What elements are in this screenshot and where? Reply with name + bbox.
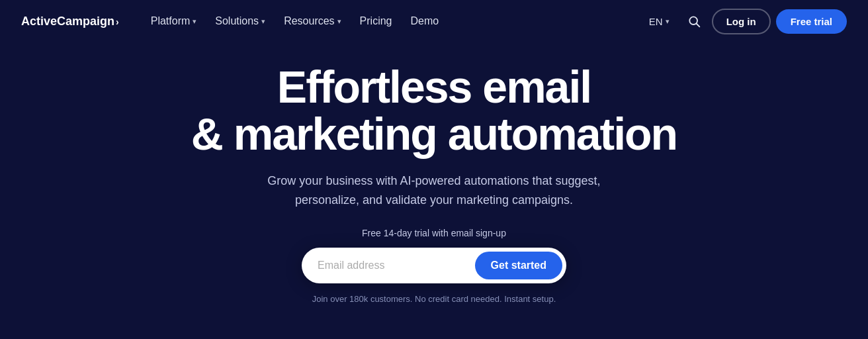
nav-resources-label: Resources xyxy=(284,15,334,27)
email-input[interactable] xyxy=(318,260,475,271)
hero-title-line2: & marketing automation xyxy=(191,109,677,159)
language-label: EN xyxy=(649,16,663,27)
free-trial-button[interactable]: Free trial xyxy=(776,9,847,34)
nav-platform-label: Platform xyxy=(151,15,191,27)
chevron-down-icon: ▾ xyxy=(666,17,670,26)
logo[interactable]: ActiveCampaign› xyxy=(21,15,119,28)
nav-links: Platform ▾ Solutions ▾ Resources ▾ Prici… xyxy=(143,10,447,32)
chevron-down-icon: ▾ xyxy=(261,17,265,26)
login-button[interactable]: Log in xyxy=(712,9,771,34)
language-selector[interactable]: EN ▾ xyxy=(642,11,676,32)
nav-left: ActiveCampaign› Platform ▾ Solutions ▾ R… xyxy=(21,10,447,32)
main-nav: ActiveCampaign› Platform ▾ Solutions ▾ R… xyxy=(0,0,868,42)
nav-solutions[interactable]: Solutions ▾ xyxy=(207,10,273,32)
chevron-down-icon: ▾ xyxy=(193,17,196,26)
nav-pricing-label: Pricing xyxy=(360,15,392,27)
nav-resources[interactable]: Resources ▾ xyxy=(276,10,349,32)
nav-demo-label: Demo xyxy=(411,15,439,27)
nav-right: EN ▾ Log in Free trial xyxy=(642,9,847,34)
hero-subtitle: Grow your business with AI-powered autom… xyxy=(262,171,606,210)
nav-platform[interactable]: Platform ▾ xyxy=(143,10,205,32)
brand-name: ActiveCampaign xyxy=(21,15,114,28)
get-started-button[interactable]: Get started xyxy=(475,252,562,279)
brand-arrow: › xyxy=(116,17,119,27)
hero-title: Effortless email & marketing automation xyxy=(191,64,677,158)
social-proof-text: Join over 180k customers. No credit card… xyxy=(312,294,556,304)
nav-pricing[interactable]: Pricing xyxy=(352,10,400,32)
email-form: Get started xyxy=(302,248,566,283)
hero-section: Effortless email & marketing automation … xyxy=(0,42,868,304)
nav-demo[interactable]: Demo xyxy=(403,10,447,32)
search-button[interactable] xyxy=(681,9,707,34)
nav-solutions-label: Solutions xyxy=(215,15,259,27)
svg-line-1 xyxy=(696,24,699,27)
hero-title-line1: Effortless email xyxy=(277,62,591,112)
chevron-down-icon: ▾ xyxy=(337,17,341,26)
trial-label: Free 14-day trial with email sign-up xyxy=(362,228,506,238)
